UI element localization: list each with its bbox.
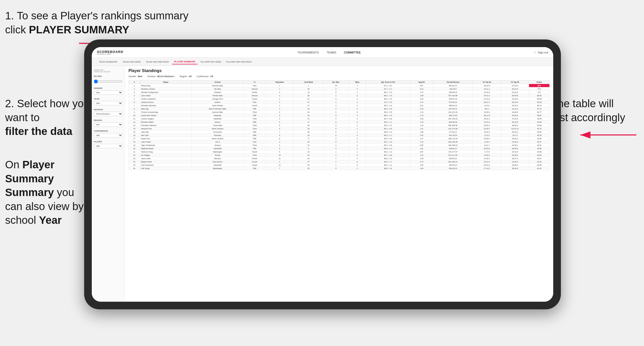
table-row: 22 Ian Gilligan Florida Third 10 24 1 0 … [129, 154, 550, 157]
nav-tournaments[interactable]: TOURNAMENTS [297, 51, 319, 54]
cell-reg-rank: 4 [266, 117, 293, 120]
cell-yr: Fourth [243, 157, 266, 160]
cell-adj: 68.7 / -0.8 [366, 154, 410, 157]
cell-player: Petr Hruby [140, 167, 191, 170]
cell-record: 674-33-12 [433, 101, 473, 104]
cell-vt25: 11-5-3 [473, 134, 501, 137]
update-time: Update time: 27/03/2024 16:56:26 [94, 69, 123, 73]
sub-nav-player-h2h-grid[interactable]: PLAYER H2H GRID [199, 60, 223, 64]
cell-wins: 2 [349, 101, 366, 104]
gender-select[interactable]: Men [94, 90, 123, 95]
cell-yr: Fourth [243, 150, 266, 154]
cell-sg: 1.79 [410, 120, 433, 124]
region-select[interactable]: N/A [94, 122, 123, 127]
sub-nav-player-h2h-heatmap[interactable]: PLAYER H2H HEATMAP [224, 60, 254, 64]
cell-conf-rank: 5 [294, 147, 324, 150]
cell-vt50: 18-7-3 [501, 134, 529, 137]
cell-num: 15 [129, 130, 140, 134]
cell-pts: 68.04 [529, 94, 550, 97]
cell-player: Matthew Riedel [140, 147, 191, 150]
nav-teams[interactable]: TEAMS [327, 51, 336, 54]
cell-adj: 68.2 / -1.6 [366, 94, 410, 97]
cell-school: Missouri [191, 157, 243, 160]
cell-adj: 69.1 / -0.5 [366, 127, 410, 130]
cell-no-rds: 1 [323, 101, 349, 104]
cell-conf-rank: 27 [294, 160, 324, 163]
cell-record: 509-82-21 [433, 157, 473, 160]
cell-vt25: 10-15-1 [473, 160, 501, 163]
cell-player: Tiger Christensen [140, 144, 191, 147]
filter-division: Division: NCAA Division I [148, 75, 175, 78]
cell-num: 20 [129, 147, 140, 150]
cell-vt50: 44-64-6 [501, 110, 529, 114]
conference-select[interactable]: (All) [94, 133, 123, 137]
cell-num: 7 [129, 104, 140, 107]
cell-vt50: 26-32-2 [501, 130, 529, 134]
cell-num: 19 [129, 144, 140, 147]
main-content: Update time: 27/03/2024 16:56:26 No Rds.… [92, 66, 553, 302]
cell-record: 616-168-22 [433, 160, 473, 163]
cell-conf-rank: 24 [294, 110, 324, 114]
cell-sg: 3.10 [410, 87, 433, 91]
cell-num: 14 [129, 127, 140, 130]
cell-yr: Fifth [243, 167, 266, 170]
cell-record: 412-221-24 [433, 110, 473, 114]
cell-vt50: 52-51-10 [501, 127, 529, 130]
cell-wins: 0 [349, 163, 366, 167]
cell-vt25: 17-14-2 [473, 167, 501, 170]
annotation-1-bold: PLAYER SUMMARY [29, 24, 129, 36]
cell-num: 9 [129, 110, 140, 114]
cell-wins: 0 [349, 134, 366, 137]
year-select[interactable]: (All) [94, 101, 123, 105]
cell-wins: 1 [349, 167, 366, 170]
cell-vt25: 22-29-7 [473, 127, 501, 130]
division-select[interactable]: NCAA Division I [94, 112, 123, 116]
sub-nav-team-h2h-heatmap[interactable]: TEAM H2H HEATMAP [144, 60, 171, 64]
annotation-4-bold1b: Summary [5, 186, 54, 198]
cell-no-rds: 0 [323, 140, 349, 144]
cell-player: Jack Lundin [140, 157, 191, 160]
sub-nav-team-summary[interactable]: TEAM SUMMARY [97, 60, 120, 64]
sub-nav-team-h2h-grid[interactable]: TEAM H2H GRID [121, 60, 143, 64]
table-area: Player Standings Gender: Men Division: N… [125, 66, 553, 302]
sign-out-button[interactable]: Sign out [538, 51, 548, 54]
cell-no-rds: 1 [323, 94, 349, 97]
annotation-4: On Player Summary Summary you can also v… [5, 158, 92, 227]
cell-pts: 38.47 [529, 140, 550, 144]
cell-player: Luke Claton [140, 94, 191, 97]
cell-record: 607-63-12 [433, 107, 473, 110]
cell-yr: Fifth [243, 147, 266, 150]
cell-sg: 1.47 [410, 91, 433, 94]
cell-yr: First [243, 101, 266, 104]
cell-no-rds: 0 [323, 130, 349, 134]
cell-player: Taehoon Song [140, 150, 191, 154]
cell-vt25: 8-21-1 [473, 144, 501, 147]
table-row: 14 Maxwell Ford North Carolina Third 3 2… [129, 127, 550, 130]
cell-record: 208-96-13 [433, 91, 473, 94]
cell-record: 473-177-57 [433, 150, 473, 154]
no-rds-slider[interactable] [94, 79, 123, 84]
cell-no-rds: 0 [323, 91, 349, 94]
cell-school: East Tennessee State [191, 107, 243, 110]
cell-player: Luke Powell [140, 140, 191, 144]
cell-no-rds: 0 [323, 114, 349, 117]
table-row: 5 Christo Lamprecht Georgia Tech Fourth … [129, 97, 550, 101]
cell-yr: Fifth [243, 137, 266, 140]
table-row: 19 Tiger Christensen Arizona Third 5 23 … [129, 144, 550, 147]
cell-num: 4 [129, 94, 140, 97]
player-select[interactable]: (All) [94, 144, 123, 148]
sub-nav-player-summary[interactable]: PLAYER SUMMARY [172, 59, 198, 64]
cell-adj: 69.2 / -0.6 [366, 144, 410, 147]
cell-reg-rank: 4 [266, 140, 293, 144]
cell-no-rds: 1 [323, 150, 349, 154]
cell-pts: 73.1 [529, 91, 550, 94]
annotation-4-pre: On [5, 159, 22, 171]
cell-vt25: 26-23-1 [473, 163, 501, 167]
cell-conf-rank: 18 [294, 130, 324, 134]
cell-pts: 46.77 [529, 110, 550, 114]
nav-committee[interactable]: COMMITTEE [344, 51, 361, 54]
cell-adj: 69.4 / -1.7 [366, 160, 410, 163]
update-time-value: 27/03/2024 16:56:26 [94, 71, 123, 73]
cell-vt50: 50-18-5 [501, 120, 529, 124]
cell-reg-rank: 6 [266, 124, 293, 127]
